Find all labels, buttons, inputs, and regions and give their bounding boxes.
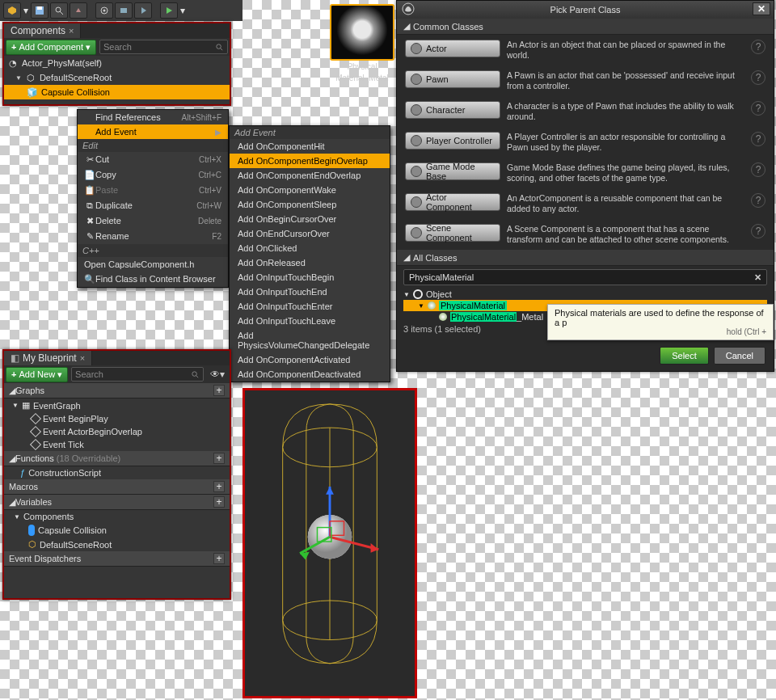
class-button-player-controller[interactable]: Player Controller (405, 132, 500, 150)
my-blueprint-tab[interactable]: ◧My Blueprint× (4, 351, 92, 365)
add-component-button[interactable]: +Add Component▾ (6, 40, 96, 55)
class-button-character[interactable]: Character (405, 101, 500, 119)
construction-script[interactable]: ƒConstructionScript (4, 466, 230, 479)
submenu-item-addoninputtouchend[interactable]: Add OnInputTouchEnd (230, 285, 390, 299)
capsule-item[interactable]: 🧊Capsule Collision (4, 85, 230, 99)
save-icon[interactable] (31, 2, 48, 19)
var-capsule[interactable]: Capsule Collision (4, 523, 230, 538)
submenu-item-addoninputtouchbegin[interactable]: Add OnInputTouchBegin (230, 270, 390, 285)
class-search-input[interactable]: PhysicalMaterial✕ (403, 269, 767, 285)
actor-root-item[interactable]: ◔Actor_PhysMat(self) (4, 56, 230, 70)
event-graph-item[interactable]: ▼▦EventGraph (4, 398, 230, 412)
class-button-actor[interactable]: Actor (405, 40, 500, 57)
search-icon (215, 43, 224, 52)
scene-root-item[interactable]: ▼⬡DefaultSceneRoot (4, 70, 230, 85)
help-button[interactable]: ? (751, 70, 765, 85)
asset-thumbnail[interactable]: Physical Material_Metal (330, 4, 394, 83)
class-defaults-icon[interactable] (95, 2, 113, 19)
class-settings-icon[interactable] (70, 2, 87, 19)
add-function-button[interactable]: + (213, 453, 225, 464)
submenu-item-addoncomponentwake[interactable]: Add OnComponentWake (230, 183, 390, 197)
run-icon[interactable] (160, 2, 178, 19)
expand-arrow-icon[interactable]: ▼ (418, 302, 424, 310)
submenu-item-addoncomponentendoverlap[interactable]: Add OnComponentEndOverlap (230, 168, 390, 183)
ctx-find-references[interactable]: Find ReferencesAlt+Shift+F (78, 110, 228, 124)
submenu-item-addoncomponentsleep[interactable]: Add OnComponentSleep (230, 197, 390, 212)
submenu-item-addphysicsvolumechangeddelegate[interactable]: Add PhysicsVolumeChangedDelegate (230, 328, 390, 352)
submenu-item-addoncomponenthit[interactable]: Add OnComponentHit (230, 139, 390, 154)
add-macro-button[interactable]: + (213, 481, 225, 492)
ctx-cut[interactable]: ✂CutCtrl+X (78, 152, 228, 167)
ctx-copy[interactable]: 📄CopyCtrl+C (78, 167, 228, 183)
dialog-titlebar[interactable]: Pick Parent Class ✕ (397, 1, 774, 19)
ctx-paste[interactable]: 📋PasteCtrl+V (78, 183, 228, 198)
context-menu: Find ReferencesAlt+Shift+F Add Event▶ Ed… (77, 109, 229, 288)
function-icon: ƒ (20, 468, 25, 478)
variables-section[interactable]: ◢Variables+ (4, 495, 230, 510)
submenu-item-addoncomponentbeginoverlap[interactable]: Add OnComponentBeginOverlap (230, 154, 390, 168)
submenu-item-addoncomponentdeactivated[interactable]: Add OnComponentDeactivated (230, 367, 390, 382)
clear-search-button[interactable]: ✕ (754, 272, 761, 283)
ctx-rename[interactable]: ✎RenameF2 (78, 229, 228, 244)
submenu-item-addonbegincursorover[interactable]: Add OnBeginCursorOver (230, 212, 390, 226)
submenu-item-addonreleased[interactable]: Add OnReleased (230, 255, 390, 270)
submenu-item-addoncomponentactivated[interactable]: Add OnComponentActivated (230, 352, 390, 367)
run-dropdown-icon[interactable]: ▾ (179, 5, 186, 16)
add-new-button[interactable]: +Add New▾ (6, 367, 68, 382)
dialog-close-button[interactable]: ✕ (753, 2, 770, 15)
all-classes-header[interactable]: ◢All Classes (397, 250, 774, 266)
compile-icon[interactable] (3, 2, 21, 19)
help-button[interactable]: ? (751, 101, 765, 116)
functions-section[interactable]: ◢Functions (18 Overridable)+ (4, 451, 230, 466)
submenu-item-addonendcursorover[interactable]: Add OnEndCursorOver (230, 226, 390, 241)
event-dispatchers-section[interactable]: Event Dispatchers+ (4, 551, 230, 567)
ctx-find-class[interactable]: 🔍Find Class in Content Browser (78, 272, 228, 287)
add-dispatcher-button[interactable]: + (213, 553, 225, 564)
class-button-actor-component[interactable]: Actor Component (405, 193, 500, 211)
var-scene-root[interactable]: ⬡DefaultSceneRoot (4, 538, 230, 551)
cancel-button[interactable]: Cancel (714, 347, 765, 365)
view-options-icon[interactable]: 👁▾ (207, 369, 228, 380)
class-button-pawn[interactable]: Pawn (405, 70, 500, 88)
help-button[interactable]: ? (751, 224, 765, 238)
macros-section[interactable]: Macros+ (4, 479, 230, 495)
components-subsection[interactable]: ▼Components (4, 510, 230, 523)
components-tab[interactable]: Components× (4, 23, 81, 38)
expand-arrow-icon[interactable]: ▼ (403, 291, 410, 298)
close-icon[interactable]: × (69, 26, 74, 36)
ctx-duplicate[interactable]: ⧉DuplicateCtrl+W (78, 198, 228, 213)
ctx-add-event[interactable]: Add Event▶ (78, 124, 228, 139)
viewport-preview[interactable] (242, 388, 417, 698)
expand-arrow-icon[interactable]: ▼ (12, 402, 19, 409)
class-button-game-mode-base[interactable]: Game Mode Base (405, 162, 500, 180)
tree-object[interactable]: ▼Object (403, 289, 767, 300)
simulation-icon[interactable] (115, 2, 133, 19)
class-button-scene-component[interactable]: Scene Component (405, 224, 500, 242)
play-icon[interactable] (134, 2, 152, 19)
find-in-cb-icon[interactable] (50, 2, 68, 19)
close-icon[interactable]: × (80, 353, 85, 363)
event-tick[interactable]: Event Tick (4, 438, 230, 451)
ctx-open-header[interactable]: Open CapsuleComponent.h (78, 257, 228, 272)
submenu-item-addoninputtouchenter[interactable]: Add OnInputTouchEnter (230, 299, 390, 314)
toolbar-dropdown-icon[interactable]: ▾ (23, 5, 29, 16)
event-beginplay[interactable]: Event BeginPlay (4, 412, 230, 425)
submenu-item-addoninputtouchleave[interactable]: Add OnInputTouchLeave (230, 314, 390, 328)
help-button[interactable]: ? (751, 162, 765, 177)
capsule-var-icon (28, 525, 35, 536)
submenu-item-addonclicked[interactable]: Add OnClicked (230, 241, 390, 255)
actor-icon: ◔ (7, 57, 19, 69)
blueprint-search-input[interactable]: Search (71, 367, 204, 382)
select-button[interactable]: Select (660, 347, 709, 365)
event-actor-overlap[interactable]: Event ActorBeginOverlap (4, 425, 230, 438)
help-button[interactable]: ? (751, 40, 765, 54)
add-variable-button[interactable]: + (213, 496, 225, 508)
help-button[interactable]: ? (751, 132, 765, 146)
expand-arrow-icon[interactable]: ▼ (15, 74, 22, 82)
help-button[interactable]: ? (751, 193, 765, 208)
component-search-input[interactable]: Search (99, 40, 228, 54)
add-graph-button[interactable]: + (213, 385, 225, 396)
graphs-section[interactable]: ◢Graphs+ (4, 383, 230, 398)
common-classes-header[interactable]: ◢Common Classes (397, 19, 774, 35)
ctx-delete[interactable]: ✖DeleteDelete (78, 213, 228, 229)
